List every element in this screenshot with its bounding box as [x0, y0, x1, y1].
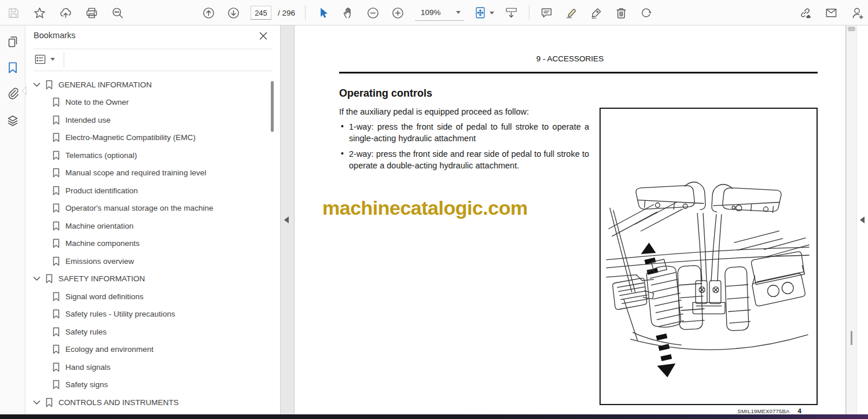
bookmark-label: Hand signals [65, 363, 111, 372]
chevron-down-icon [50, 58, 55, 61]
toolbar-file-group [6, 0, 125, 25]
zoom-out-button[interactable] [365, 5, 380, 20]
bookmark-item[interactable]: Machine components [25, 235, 280, 253]
sign-button[interactable] [589, 5, 604, 20]
bookmark-item[interactable]: Operator's manual storage on the machine [25, 200, 280, 218]
bookmark-item[interactable]: Note to the Owner [25, 94, 280, 112]
chapter-rule [339, 72, 818, 73]
circle-plus-icon [391, 6, 404, 20]
bookmark-item[interactable]: Ecology and environment [25, 341, 280, 359]
bookmark-icon [52, 327, 60, 337]
share-link-button[interactable] [797, 5, 812, 20]
bookmark-label: Signal word definitions [65, 292, 144, 301]
collapse-right-panel-handle[interactable] [860, 216, 865, 223]
printer-icon [85, 6, 98, 20]
scroll-mode-icon [505, 6, 518, 20]
chevron-down-icon[interactable] [33, 276, 41, 281]
intro-text: If the auxiliary pedal is equipped proce… [339, 107, 588, 116]
panel-scrollbar-thumb[interactable] [271, 81, 274, 132]
highlighter-icon [565, 6, 578, 20]
bookmark-section[interactable]: GENERAL INFORMATION [25, 76, 280, 94]
figure-code: SMIL19MEX0775BA [737, 408, 789, 414]
email-button[interactable] [823, 5, 838, 20]
bookmark-item[interactable]: Product identification [25, 182, 280, 200]
star-icon [33, 6, 46, 20]
bookmark-item[interactable]: Safety rules [25, 323, 280, 341]
save-button[interactable] [6, 5, 21, 20]
panel-toolbar-separator [64, 52, 64, 67]
previous-page-button[interactable] [201, 5, 216, 20]
bookmark-icon [52, 380, 60, 389]
cursor-arrow-icon [317, 6, 330, 20]
bookmark-label: Machine components [65, 239, 139, 248]
chapter-header: 9 - ACCESSORIES [295, 54, 845, 63]
cloud-upload-button[interactable] [58, 5, 73, 20]
fit-page-button[interactable] [474, 6, 494, 19]
attachments-button[interactable] [6, 86, 20, 100]
print-button[interactable] [84, 5, 99, 20]
close-panel-button[interactable] [258, 31, 269, 41]
page-total-label: / 296 [278, 9, 295, 17]
navigation-strip [0, 25, 25, 419]
chevron-down-icon [456, 11, 461, 14]
toolbar-share-group [797, 0, 865, 25]
bookmark-icon [45, 274, 53, 284]
bookmark-section[interactable]: SAFETY INFORMATION [25, 270, 280, 288]
bookmark-icon [52, 238, 60, 248]
hand-tool-button[interactable] [340, 5, 355, 20]
favorite-button[interactable] [32, 5, 47, 20]
collapse-panel-handle[interactable] [284, 216, 289, 223]
bookmark-item[interactable]: Hand signals [25, 358, 280, 376]
zoom-in-button[interactable] [390, 5, 405, 20]
bookmark-item[interactable]: Telematics (optional) [25, 146, 280, 164]
bookmark-item[interactable]: Emissions overview [25, 252, 280, 270]
bookmark-section[interactable]: CONTROLS AND INSTRUMENTS [25, 394, 280, 411]
rotate-button[interactable] [639, 5, 654, 20]
circle-arrow-up-icon [202, 6, 215, 20]
bookmark-label: CONTROLS AND INSTRUMENTS [58, 398, 179, 407]
page-number-input[interactable] [251, 6, 271, 20]
cloud-upload-icon [59, 6, 72, 20]
bookmark-item[interactable]: Signal word definitions [25, 288, 280, 306]
zoom-level-select[interactable]: 109% [415, 5, 464, 21]
bookmark-item[interactable]: Safety signs [25, 376, 280, 394]
bullet-item: • 2-way: press the front side and rear s… [339, 149, 589, 171]
document-scrollbar[interactable] [846, 25, 856, 419]
select-tool-button[interactable] [315, 5, 330, 20]
share-person-button[interactable] [849, 5, 865, 20]
bookmark-icon [52, 256, 60, 266]
bullet-list: • 1-way: press the front side of pedal t… [339, 122, 589, 176]
bookmark-item[interactable]: Manual scope and required training level [25, 164, 280, 182]
bookmarks-panel-button[interactable] [6, 61, 20, 75]
scrollbar-top-nub[interactable] [848, 27, 855, 31]
envelope-icon [825, 6, 838, 20]
chevron-down-icon[interactable] [33, 400, 41, 405]
panel-title: Bookmarks [34, 31, 76, 40]
document-viewport[interactable]: 9 - ACCESSORIES Operating controls If th… [281, 25, 846, 419]
bookmark-icon [52, 344, 60, 354]
scrollbar-thumb[interactable] [851, 331, 852, 345]
layers-button[interactable] [6, 114, 20, 128]
panel-divider [34, 71, 273, 71]
bookmark-item[interactable]: Intended use [25, 111, 280, 129]
search-more-icon [111, 6, 124, 20]
bookmark-icon [52, 221, 60, 231]
bookmark-item[interactable]: Safety rules - Utility precautions [25, 306, 280, 324]
next-page-button[interactable] [226, 5, 241, 20]
page-thumbnails-button[interactable] [6, 35, 20, 49]
bookmark-options-button[interactable] [34, 53, 55, 66]
scroll-mode-button[interactable] [504, 5, 519, 20]
comment-button[interactable] [539, 5, 554, 20]
toolbar-nav-group: / 296 109% [201, 0, 654, 25]
bookmark-item[interactable]: Machine orientation [25, 217, 280, 235]
bookmark-label: Telematics (optional) [65, 151, 137, 160]
bullet-item: • 1-way: press the front side of pedal t… [339, 122, 589, 144]
highlight-button[interactable] [564, 5, 579, 20]
bullet-marker: • [339, 149, 349, 171]
search-button[interactable] [110, 5, 125, 20]
delete-button[interactable] [614, 5, 629, 20]
bookmark-item[interactable]: Electro-Magnetic Compatibility (EMC) [25, 129, 280, 147]
bookmark-icon [52, 168, 60, 178]
chevron-down-icon[interactable] [33, 82, 41, 87]
bookmark-icon [45, 80, 53, 90]
